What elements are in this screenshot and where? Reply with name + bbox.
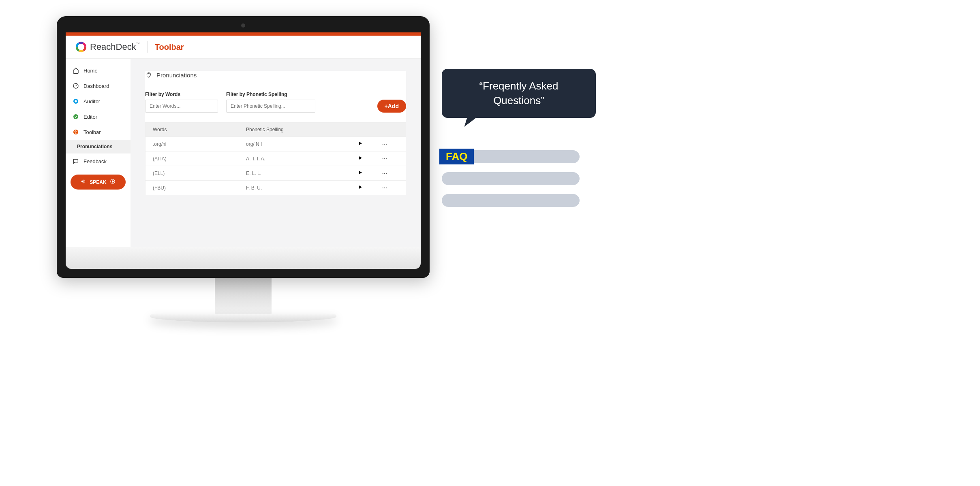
- table-row: (ATIA) A. T. I. A. ···: [146, 151, 406, 166]
- pronunciations-table: Words Phonetic Spelling .org/ni org/ N I…: [145, 122, 406, 195]
- svg-point-9: [73, 114, 78, 119]
- text-lines: FAQ: [442, 150, 596, 207]
- text-line: [442, 172, 580, 185]
- sidebar-item-label: Editor: [83, 114, 97, 120]
- camera-dot: [241, 23, 245, 28]
- card-header: Pronunciations: [145, 71, 406, 79]
- bubble-text: “Freqently Asked Questions”: [479, 80, 558, 107]
- gauge-icon: [72, 82, 79, 90]
- play-circle-icon: [110, 179, 116, 185]
- brand-name: ReachDeck™: [90, 42, 140, 52]
- sidebar-subitem-pronunciations[interactable]: Pronunciations: [66, 140, 131, 153]
- play-icon[interactable]: [358, 185, 382, 191]
- svg-point-11: [75, 130, 76, 131]
- section-title: Toolbar: [155, 43, 184, 52]
- col-words-header: Words: [153, 127, 246, 132]
- top-bar: ReachDeck™ Toolbar: [66, 36, 421, 59]
- sidebar-item-editor[interactable]: Editor: [66, 109, 131, 124]
- sidebar: Home Dashboard Auditor: [66, 59, 131, 247]
- more-icon[interactable]: ···: [382, 185, 398, 191]
- page-title: Pronunciations: [156, 72, 197, 79]
- logo-icon: [75, 41, 87, 53]
- app-body: Home Dashboard Auditor: [66, 59, 421, 247]
- sidebar-item-label: Feedback: [83, 158, 107, 164]
- play-icon[interactable]: [358, 156, 382, 162]
- sidebar-item-label: Toolbar: [83, 129, 101, 135]
- sidebar-item-label: Dashboard: [83, 83, 109, 89]
- monitor-stand-base: [150, 314, 336, 322]
- filter-words-input[interactable]: [145, 100, 218, 113]
- svg-point-8: [75, 100, 77, 102]
- cell-word: .org/ni: [153, 141, 246, 147]
- filter-phonetic-label: Filter by Phonetic Spelling: [226, 92, 315, 97]
- cell-phonetic: A. T. I. A.: [246, 156, 358, 162]
- filter-words-group: Filter by Words: [145, 92, 218, 113]
- main-content: Pronunciations Filter by Words Filter by…: [131, 59, 421, 247]
- volume-icon: [81, 179, 86, 185]
- play-icon[interactable]: [358, 170, 382, 176]
- vertical-divider: [147, 41, 148, 53]
- add-button[interactable]: +Add: [377, 100, 406, 113]
- play-icon[interactable]: [358, 141, 382, 147]
- sidebar-item-auditor[interactable]: Auditor: [66, 94, 131, 109]
- speech-bubble: “Freqently Asked Questions”: [442, 69, 596, 118]
- table-row: (ELL) E. L. L. ···: [146, 166, 406, 180]
- sidebar-item-dashboard[interactable]: Dashboard: [66, 78, 131, 94]
- speak-label: SPEAK: [90, 179, 106, 185]
- brand-logo: ReachDeck™: [75, 41, 140, 53]
- cell-phonetic: org/ N I: [246, 141, 358, 147]
- sidebar-item-label: Auditor: [83, 98, 100, 104]
- filter-words-label: Filter by Words: [145, 92, 218, 97]
- speak-button[interactable]: SPEAK: [71, 175, 126, 190]
- illustration: “Freqently Asked Questions” FAQ: [442, 69, 596, 207]
- cell-word: (FBU): [153, 185, 246, 191]
- browser-tab-strip: [66, 32, 421, 36]
- more-icon[interactable]: ···: [382, 156, 398, 162]
- cell-phonetic: E. L. L.: [246, 171, 358, 176]
- cell-word: (ATIA): [153, 156, 246, 162]
- sidebar-item-label: Pronunciations: [77, 144, 112, 149]
- table-header: Words Phonetic Spelling: [146, 123, 406, 136]
- text-line: [442, 194, 580, 207]
- sidebar-item-label: Home: [83, 68, 98, 74]
- monitor-stand-neck: [215, 278, 272, 314]
- monitor-frame: ReachDeck™ Toolbar Home: [57, 16, 430, 322]
- monitor-chin: [66, 247, 421, 269]
- filter-row: Filter by Words Filter by Phonetic Spell…: [145, 92, 406, 113]
- more-icon[interactable]: ···: [382, 171, 398, 176]
- auditor-icon: [72, 98, 79, 105]
- sidebar-item-home[interactable]: Home: [66, 63, 131, 78]
- accessibility-icon: [72, 128, 79, 136]
- col-phonetic-header: Phonetic Spelling: [246, 127, 358, 132]
- table-row: (FBU) F. B. U. ···: [146, 180, 406, 195]
- filter-phonetic-input[interactable]: [226, 100, 315, 113]
- screen: ReachDeck™ Toolbar Home: [66, 32, 421, 247]
- monitor-bezel: ReachDeck™ Toolbar Home: [57, 16, 430, 278]
- sidebar-item-toolbar[interactable]: Toolbar: [66, 124, 131, 140]
- chat-icon: [72, 158, 79, 165]
- more-icon[interactable]: ···: [382, 141, 398, 147]
- cell-word: (ELL): [153, 171, 246, 176]
- faq-highlight: FAQ: [439, 149, 474, 164]
- app-window: ReachDeck™ Toolbar Home: [66, 36, 421, 247]
- cell-phonetic: F. B. U.: [246, 185, 358, 191]
- home-icon: [72, 67, 79, 74]
- sidebar-item-feedback[interactable]: Feedback: [66, 153, 131, 169]
- editor-icon: [72, 113, 79, 120]
- table-row: .org/ni org/ N I ···: [146, 136, 406, 151]
- filter-phonetic-group: Filter by Phonetic Spelling: [226, 92, 315, 113]
- pronunciations-card: Pronunciations Filter by Words Filter by…: [145, 71, 406, 195]
- text-line: FAQ: [442, 150, 580, 163]
- ear-icon: [145, 71, 152, 79]
